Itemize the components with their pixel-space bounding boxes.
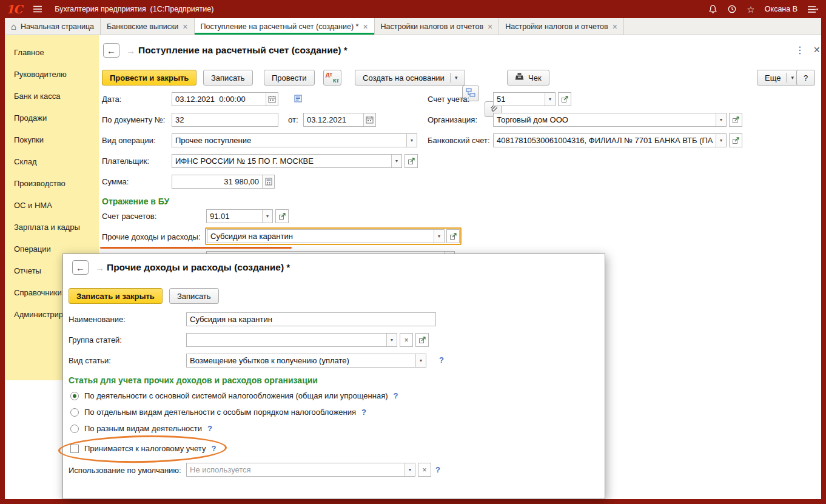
help-button[interactable]: ? <box>796 70 815 86</box>
help-icon[interactable]: ? <box>211 444 216 453</box>
help-icon[interactable]: ? <box>207 424 212 433</box>
form-close-icon[interactable]: ✕ <box>813 45 821 55</box>
tab-tax-settings-2[interactable]: Настройки налогов и отчетов × <box>499 18 624 35</box>
date-field[interactable]: 03.12.2021 0:00:00 <box>172 92 278 106</box>
form-more-icon[interactable]: ⋮ <box>795 44 805 56</box>
close-tab-icon[interactable]: × <box>183 22 187 31</box>
open-button[interactable] <box>275 209 289 223</box>
dropdown-icon[interactable]: ▾ <box>545 93 555 106</box>
post-and-close-button[interactable]: Провести и закрыть <box>102 70 196 86</box>
group-combo[interactable]: ▾ <box>186 333 397 347</box>
tax-accounting-checkbox-row[interactable]: Принимается к налоговому учету ? <box>70 444 216 453</box>
dialog-save-button[interactable]: Записать <box>169 288 219 304</box>
sidebar-item-glavnoe[interactable]: Главное <box>5 41 99 63</box>
close-tab-icon[interactable]: × <box>613 22 617 31</box>
dropdown-icon[interactable]: ▾ <box>391 155 401 167</box>
save-button[interactable]: Записать <box>203 70 253 86</box>
tab-receipt-to-account[interactable]: Поступление на расчетный счет (создание)… <box>195 18 375 35</box>
credit-label: Кт <box>333 78 339 84</box>
sidebar-item-bank-i-kassa[interactable]: Банк и касса <box>5 85 99 107</box>
tab-bank-statements[interactable]: Банковские выписки × <box>101 18 195 35</box>
service-menu-icon[interactable] <box>807 5 819 13</box>
open-button[interactable] <box>446 229 460 243</box>
dropdown-icon[interactable]: ▾ <box>386 334 397 346</box>
close-tab-icon[interactable]: × <box>363 22 368 31</box>
bank-account-combo[interactable]: 40817810530061004316, ФИЛИАЛ № 7701 БАНК… <box>493 133 727 147</box>
chevron-down-icon[interactable]: ▾ <box>450 73 458 82</box>
doc-from-field[interactable]: 03.12.2021 <box>303 113 376 127</box>
open-button[interactable] <box>558 92 571 106</box>
notifications-bell-icon[interactable] <box>708 4 717 14</box>
calendar-icon[interactable] <box>363 113 375 126</box>
radio-row-main-tax-system[interactable]: По деятельности с основной системой нало… <box>70 391 398 400</box>
sidebar-item-pokupki[interactable]: Покупки <box>5 129 99 150</box>
sidebar-item-sklad[interactable]: Склад <box>5 150 99 172</box>
close-tab-icon[interactable]: × <box>488 22 492 31</box>
radio-row-different-activities[interactable]: По разным видам деятельности ? <box>70 424 212 433</box>
help-icon[interactable]: ? <box>394 391 398 400</box>
account-combo[interactable]: 51 ▾ <box>493 92 556 106</box>
tab-label: Настройки налогов и отчетов <box>381 22 483 31</box>
settlement-account-combo[interactable]: 91.01 ▾ <box>206 209 273 223</box>
back-button[interactable]: ← <box>103 43 119 58</box>
check-button[interactable]: Чек <box>507 70 549 86</box>
organization-combo[interactable]: Торговый дом ООО ▾ <box>493 113 727 127</box>
help-icon[interactable]: ? <box>439 355 444 365</box>
radio-selected[interactable] <box>70 392 79 400</box>
open-button[interactable] <box>729 113 742 127</box>
clear-button[interactable]: × <box>418 463 431 477</box>
sidebar-item-prodazhi[interactable]: Продажи <box>5 107 99 129</box>
dt-kt-button[interactable]: Дт Кт <box>323 70 341 86</box>
open-button[interactable] <box>729 133 742 147</box>
dropdown-icon[interactable]: ▾ <box>716 113 726 126</box>
checkbox-unchecked[interactable] <box>70 445 79 453</box>
dialog-back-button[interactable]: ← <box>72 260 89 275</box>
radio-unselected[interactable] <box>70 408 79 417</box>
help-icon[interactable]: ? <box>435 465 440 474</box>
favorites-star-icon[interactable]: ☆ <box>747 5 754 14</box>
amount-field[interactable]: 31 980,00 <box>172 175 275 189</box>
tab-home[interactable]: ⌂ Начальная страница <box>5 18 101 35</box>
calculator-icon[interactable] <box>262 175 274 188</box>
dropdown-icon[interactable]: ▾ <box>716 134 726 147</box>
create-based-on-button[interactable]: Создать на основании ▾ <box>355 70 465 86</box>
dropdown-icon[interactable]: ▾ <box>405 463 415 476</box>
dialog-save-and-close-button[interactable]: Записать и закрыть <box>69 288 163 304</box>
bu-section-title: Отражение в БУ <box>102 197 169 206</box>
forward-button[interactable]: → <box>123 43 139 58</box>
calendar-icon[interactable] <box>266 93 278 106</box>
sidebar-item-proizvodstvo[interactable]: Производство <box>5 172 99 194</box>
dropdown-icon[interactable]: ▾ <box>406 134 417 147</box>
caret-glyph: ▾ <box>395 158 398 164</box>
sidebar-item-os-i-nma[interactable]: ОС и НМА <box>5 194 99 216</box>
orange-underline-annotation <box>100 247 292 249</box>
post-button[interactable]: Провести <box>264 70 315 86</box>
payer-combo[interactable]: ИФНС РОССИИ № 15 ПО Г. МОСКВЕ ▾ <box>172 154 402 168</box>
debit-label: Дт <box>326 72 332 78</box>
operation-type-combo[interactable]: Прочее поступление ▾ <box>172 133 417 147</box>
dialog-forward-button[interactable]: → <box>92 260 108 275</box>
history-clock-icon[interactable] <box>727 4 737 14</box>
chevron-down-icon[interactable]: ▾ <box>786 73 794 82</box>
clear-button[interactable]: × <box>400 333 413 347</box>
name-field[interactable]: Субсидия на карантин <box>186 312 436 326</box>
tab-tax-settings-1[interactable]: Настройки налогов и отчетов × <box>375 18 500 35</box>
open-button[interactable] <box>405 154 418 168</box>
radio-row-special-tax-order[interactable]: По отдельным видам деятельности с особым… <box>70 408 366 417</box>
kind-combo[interactable]: Возмещение убытков к получению (уплате) … <box>186 354 426 368</box>
dropdown-icon[interactable]: ▾ <box>262 210 272 223</box>
dropdown-icon[interactable]: ▾ <box>434 230 444 243</box>
other-income-combo[interactable]: Субсидия на карантин ▾ <box>207 229 445 243</box>
radio-unselected[interactable] <box>70 425 79 433</box>
doc-no-field[interactable]: 32 <box>172 113 278 127</box>
open-button[interactable] <box>415 333 429 347</box>
dropdown-icon[interactable]: ▾ <box>415 354 426 367</box>
sidebar-item-zarplata-i-kadry[interactable]: Зарплата и кадры <box>5 216 99 238</box>
sidebar-item-rukovoditelyu[interactable]: Руководителю <box>5 63 99 85</box>
default-use-combo[interactable]: Не используется ▾ <box>186 463 415 477</box>
current-user[interactable]: Оксана В <box>765 5 797 13</box>
help-icon[interactable]: ? <box>361 408 366 417</box>
main-menu-icon[interactable] <box>33 5 42 13</box>
more-button[interactable]: Еще ▾ <box>757 70 802 86</box>
document-info-icon[interactable] <box>294 95 302 104</box>
